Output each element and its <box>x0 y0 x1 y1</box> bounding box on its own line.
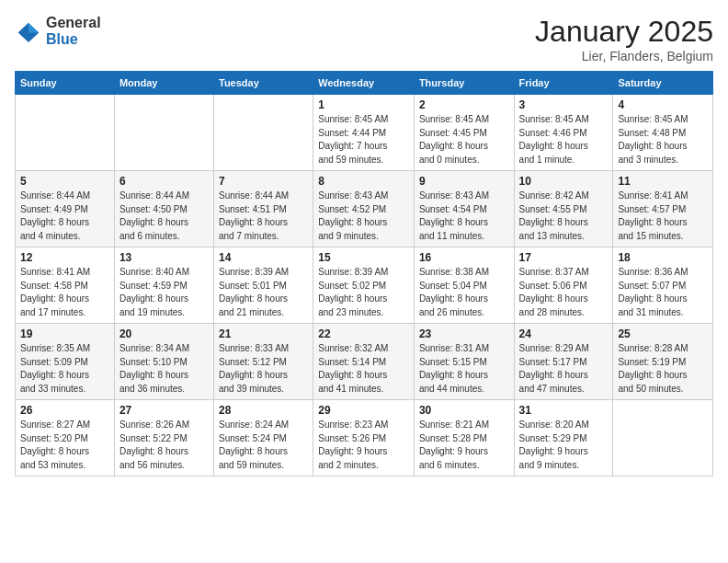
day-number: 8 <box>318 175 409 188</box>
weekday-header-sunday: Sunday <box>16 72 115 95</box>
day-info: Sunrise: 8:21 AM Sunset: 5:28 PM Dayligh… <box>419 419 509 472</box>
day-info: Sunrise: 8:20 AM Sunset: 5:29 PM Dayligh… <box>519 419 609 472</box>
day-number: 16 <box>419 251 509 264</box>
calendar-cell <box>613 400 713 477</box>
day-info: Sunrise: 8:24 AM Sunset: 5:24 PM Dayligh… <box>219 419 308 472</box>
day-info: Sunrise: 8:29 AM Sunset: 5:17 PM Dayligh… <box>519 342 609 396</box>
week-row-3: 12Sunrise: 8:41 AM Sunset: 4:58 PM Dayli… <box>16 247 713 324</box>
day-info: Sunrise: 8:33 AM Sunset: 5:12 PM Dayligh… <box>219 342 308 396</box>
day-number: 11 <box>618 175 708 188</box>
calendar-cell: 30Sunrise: 8:21 AM Sunset: 5:28 PM Dayli… <box>414 400 514 477</box>
calendar-cell: 22Sunrise: 8:32 AM Sunset: 5:14 PM Dayli… <box>313 324 415 400</box>
calendar-cell: 19Sunrise: 8:35 AM Sunset: 5:09 PM Dayli… <box>16 324 115 400</box>
weekday-header-tuesday: Tuesday <box>213 72 313 95</box>
week-row-2: 5Sunrise: 8:44 AM Sunset: 4:49 PM Daylig… <box>16 171 713 247</box>
day-info: Sunrise: 8:44 AM Sunset: 4:51 PM Dayligh… <box>219 190 308 243</box>
day-info: Sunrise: 8:36 AM Sunset: 5:07 PM Dayligh… <box>618 266 708 319</box>
page-header: General Blue January 2025 Lier, Flanders… <box>15 15 713 63</box>
calendar-cell: 25Sunrise: 8:28 AM Sunset: 5:19 PM Dayli… <box>613 324 713 400</box>
calendar-cell: 6Sunrise: 8:44 AM Sunset: 4:50 PM Daylig… <box>114 171 213 247</box>
day-number: 15 <box>318 251 409 264</box>
calendar-cell: 20Sunrise: 8:34 AM Sunset: 5:10 PM Dayli… <box>114 324 213 400</box>
day-info: Sunrise: 8:44 AM Sunset: 4:50 PM Dayligh… <box>119 190 209 243</box>
day-info: Sunrise: 8:27 AM Sunset: 5:20 PM Dayligh… <box>20 419 109 472</box>
weekday-header-wednesday: Wednesday <box>313 72 415 95</box>
calendar-cell: 21Sunrise: 8:33 AM Sunset: 5:12 PM Dayli… <box>213 324 313 400</box>
weekday-header-row: SundayMondayTuesdayWednesdayThursdayFrid… <box>16 72 713 95</box>
day-info: Sunrise: 8:34 AM Sunset: 5:10 PM Dayligh… <box>119 342 209 396</box>
calendar-cell: 15Sunrise: 8:39 AM Sunset: 5:02 PM Dayli… <box>313 247 415 324</box>
calendar-cell: 12Sunrise: 8:41 AM Sunset: 4:58 PM Dayli… <box>16 247 115 324</box>
calendar-cell <box>16 95 115 171</box>
day-number: 24 <box>519 327 609 340</box>
day-number: 22 <box>318 327 409 340</box>
day-info: Sunrise: 8:45 AM Sunset: 4:46 PM Dayligh… <box>519 113 609 167</box>
day-number: 2 <box>419 98 509 111</box>
day-info: Sunrise: 8:45 AM Sunset: 4:48 PM Dayligh… <box>618 113 708 167</box>
calendar-cell: 18Sunrise: 8:36 AM Sunset: 5:07 PM Dayli… <box>613 247 713 324</box>
day-info: Sunrise: 8:37 AM Sunset: 5:06 PM Dayligh… <box>519 266 609 319</box>
week-row-1: 1Sunrise: 8:45 AM Sunset: 4:44 PM Daylig… <box>16 95 713 171</box>
calendar-cell: 26Sunrise: 8:27 AM Sunset: 5:20 PM Dayli… <box>16 400 115 477</box>
calendar-cell: 7Sunrise: 8:44 AM Sunset: 4:51 PM Daylig… <box>213 171 313 247</box>
calendar-cell: 27Sunrise: 8:26 AM Sunset: 5:22 PM Dayli… <box>114 400 213 477</box>
logo: General Blue <box>15 15 101 47</box>
week-row-5: 26Sunrise: 8:27 AM Sunset: 5:20 PM Dayli… <box>16 400 713 477</box>
day-info: Sunrise: 8:45 AM Sunset: 4:44 PM Dayligh… <box>318 113 409 167</box>
day-number: 23 <box>419 327 509 340</box>
day-number: 5 <box>20 175 109 188</box>
calendar-cell: 11Sunrise: 8:41 AM Sunset: 4:57 PM Dayli… <box>613 171 713 247</box>
day-number: 18 <box>618 251 708 264</box>
day-info: Sunrise: 8:28 AM Sunset: 5:19 PM Dayligh… <box>618 342 708 396</box>
week-row-4: 19Sunrise: 8:35 AM Sunset: 5:09 PM Dayli… <box>16 324 713 400</box>
calendar-cell: 8Sunrise: 8:43 AM Sunset: 4:52 PM Daylig… <box>313 171 415 247</box>
month-title: January 2025 <box>535 15 713 49</box>
logo-icon <box>15 17 42 45</box>
calendar-cell: 24Sunrise: 8:29 AM Sunset: 5:17 PM Dayli… <box>514 324 613 400</box>
day-number: 28 <box>219 404 308 417</box>
weekday-header-saturday: Saturday <box>613 72 713 95</box>
day-number: 13 <box>119 251 209 264</box>
svg-marker-2 <box>18 23 28 33</box>
location: Lier, Flanders, Belgium <box>535 49 713 63</box>
day-info: Sunrise: 8:45 AM Sunset: 4:45 PM Dayligh… <box>419 113 509 167</box>
calendar-cell: 2Sunrise: 8:45 AM Sunset: 4:45 PM Daylig… <box>414 95 514 171</box>
day-number: 17 <box>519 251 609 264</box>
calendar-cell: 23Sunrise: 8:31 AM Sunset: 5:15 PM Dayli… <box>414 324 514 400</box>
weekday-header-monday: Monday <box>114 72 213 95</box>
day-info: Sunrise: 8:40 AM Sunset: 4:59 PM Dayligh… <box>119 266 209 319</box>
day-number: 9 <box>419 175 509 188</box>
weekday-header-thursday: Thursday <box>414 72 514 95</box>
day-info: Sunrise: 8:39 AM Sunset: 5:02 PM Dayligh… <box>318 266 409 319</box>
day-info: Sunrise: 8:39 AM Sunset: 5:01 PM Dayligh… <box>219 266 308 319</box>
day-info: Sunrise: 8:41 AM Sunset: 4:57 PM Dayligh… <box>618 190 708 243</box>
svg-marker-1 <box>28 23 39 33</box>
calendar-cell: 29Sunrise: 8:23 AM Sunset: 5:26 PM Dayli… <box>313 400 415 477</box>
day-info: Sunrise: 8:43 AM Sunset: 4:54 PM Dayligh… <box>419 190 509 243</box>
day-info: Sunrise: 8:23 AM Sunset: 5:26 PM Dayligh… <box>318 419 409 472</box>
day-number: 3 <box>519 98 609 111</box>
calendar-cell <box>114 95 213 171</box>
day-number: 1 <box>318 98 409 111</box>
day-number: 14 <box>219 251 308 264</box>
calendar-cell: 9Sunrise: 8:43 AM Sunset: 4:54 PM Daylig… <box>414 171 514 247</box>
calendar-cell: 5Sunrise: 8:44 AM Sunset: 4:49 PM Daylig… <box>16 171 115 247</box>
day-info: Sunrise: 8:38 AM Sunset: 5:04 PM Dayligh… <box>419 266 509 319</box>
calendar-cell: 10Sunrise: 8:42 AM Sunset: 4:55 PM Dayli… <box>514 171 613 247</box>
calendar-cell: 1Sunrise: 8:45 AM Sunset: 4:44 PM Daylig… <box>313 95 415 171</box>
calendar-cell: 31Sunrise: 8:20 AM Sunset: 5:29 PM Dayli… <box>514 400 613 477</box>
calendar-cell: 28Sunrise: 8:24 AM Sunset: 5:24 PM Dayli… <box>213 400 313 477</box>
day-info: Sunrise: 8:32 AM Sunset: 5:14 PM Dayligh… <box>318 342 409 396</box>
day-number: 21 <box>219 327 308 340</box>
day-info: Sunrise: 8:35 AM Sunset: 5:09 PM Dayligh… <box>20 342 109 396</box>
logo-blue-text: Blue <box>46 31 101 48</box>
day-number: 19 <box>20 327 109 340</box>
day-number: 30 <box>419 404 509 417</box>
calendar-table: SundayMondayTuesdayWednesdayThursdayFrid… <box>15 71 713 477</box>
logo-general-text: General <box>46 15 101 31</box>
day-number: 27 <box>119 404 209 417</box>
day-number: 12 <box>20 251 109 264</box>
day-number: 26 <box>20 404 109 417</box>
calendar-cell: 3Sunrise: 8:45 AM Sunset: 4:46 PM Daylig… <box>514 95 613 171</box>
day-info: Sunrise: 8:26 AM Sunset: 5:22 PM Dayligh… <box>119 419 209 472</box>
